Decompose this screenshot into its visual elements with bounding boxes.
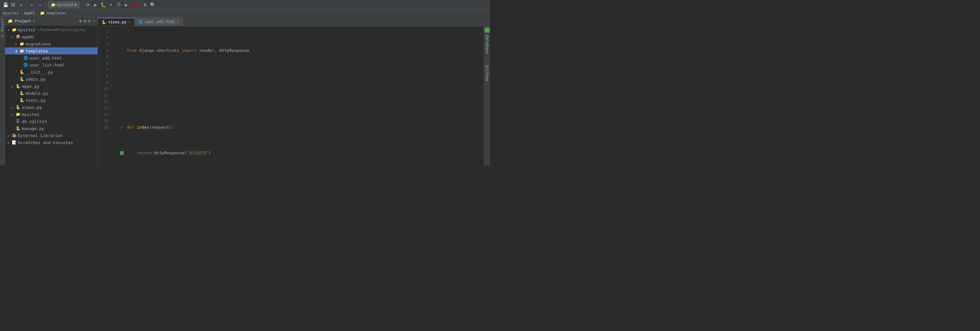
project-tree: ▼ 📁 mysite2 ~/PycharmProjects/gx/my ▼ 📦 …: [5, 26, 97, 165]
tree-label-tests-py: tests.py: [25, 98, 46, 103]
tree-item-app01[interactable]: ▼ 📦 app01: [5, 33, 97, 40]
project-panel-header: 📁 Project ▼ ⊕ ⚙ ≡ −: [5, 17, 97, 26]
tree-label-models-py: models.py: [25, 91, 48, 96]
tree-label-scratches: Scratches and Consoles: [18, 140, 73, 145]
project-tab-label[interactable]: 1: Project: [1, 18, 4, 37]
tree-label-init-py: __init__.py: [25, 70, 53, 75]
reload-icon[interactable]: ⟳: [85, 2, 91, 8]
search-icon[interactable]: 🔍: [150, 2, 156, 8]
tab-user-add-html[interactable]: 🌐 user_add.html ×: [135, 18, 183, 26]
line-numbers: 12345 678910 1112131415 16: [98, 26, 111, 165]
sciview-tab-label[interactable]: SciView: [485, 65, 489, 81]
tree-item-templates[interactable]: ▼ 📁 templates: [5, 47, 97, 54]
panel-header-icons: ⊕ ⚙ ≡ −: [80, 19, 95, 23]
code-line-2: [117, 73, 484, 79]
project-selector[interactable]: 📁 mysite2 ▼: [48, 1, 80, 8]
tree-item-db-sqlite3[interactable]: 🗄 db.sqlite3: [5, 118, 97, 125]
toolbar-divider-1: [26, 2, 27, 8]
gutter-4: ▶: [117, 124, 127, 131]
tree-item-apps-py[interactable]: ▶ 🐍 apps.py: [5, 83, 97, 90]
py-icon-manage: 🐍: [15, 126, 21, 131]
tree-item-admin-py[interactable]: 🐍 admin.py: [5, 75, 97, 83]
panel-title: Project: [15, 19, 31, 23]
tree-item-views-py[interactable]: ▶ 🐍 views.py: [5, 104, 97, 111]
database-tab-label[interactable]: Database: [485, 35, 489, 54]
tree-item-manage-py[interactable]: 🐍 manage.py: [5, 125, 97, 132]
tree-item-models-py[interactable]: 🐍 models.py: [5, 90, 97, 97]
toolbar: 💾 🖫 ↺ ← → 📁 mysite2 ▼ ⟳ ▶ 🐛 ☂ ⏱ ▶ ■ ⚙ 🔍: [0, 0, 490, 10]
tree-item-mysite2-sub[interactable]: ▶ 📁 mysite2: [5, 111, 97, 118]
right-side-strip: ✓ Database — SciView: [484, 26, 490, 165]
html-icon-user-add: 🌐: [23, 55, 28, 61]
left-side-strip: 1: Project: [0, 17, 5, 165]
tree-label-external-libraries: External Libraries: [18, 133, 63, 138]
tree-item-scratches[interactable]: ▶ 📝 Scratches and Consoles: [5, 139, 97, 146]
breadcrumb: mysite2 › app01 › 📁 templates: [0, 10, 490, 17]
forward-icon[interactable]: →: [37, 2, 43, 8]
tree-item-external-libraries[interactable]: ▶ 📚 External Libraries: [5, 132, 97, 139]
tree-label-apps-py: apps.py: [22, 84, 39, 89]
divider-right: —: [486, 59, 488, 62]
db-icon-sqlite3: 🗄: [15, 119, 21, 124]
tree-item-migrations[interactable]: ▶ 📁 migrations: [5, 40, 97, 47]
panel-locate-icon[interactable]: ⊕: [80, 19, 82, 23]
back-icon[interactable]: ←: [29, 2, 35, 8]
project-folder-icon: 📁: [8, 19, 13, 23]
py-icon-views: 🐍: [15, 105, 21, 110]
folder-icon-templates: 📁: [19, 48, 24, 53]
libraries-icon: 📚: [11, 133, 17, 138]
panel-gear-icon[interactable]: ⚙: [84, 19, 86, 23]
run2-icon[interactable]: ▶: [124, 2, 129, 8]
html-tab-icon: 🌐: [138, 20, 143, 24]
tab-close-views-py[interactable]: ×: [129, 20, 131, 24]
tree-label-mysite2-root: mysite2: [18, 27, 35, 32]
tab-close-user-add[interactable]: ×: [177, 20, 179, 24]
breadcrumb-icon: 📁: [40, 11, 45, 15]
py-icon-models: 🐍: [19, 91, 24, 96]
profile-icon[interactable]: ⏱: [116, 2, 121, 8]
panel-minimize-icon[interactable]: −: [92, 19, 95, 23]
tab-views-py[interactable]: 🐍 views.py ×: [98, 18, 135, 26]
tree-item-mysite2-root[interactable]: ▼ 📁 mysite2 ~/PycharmProjects/gx/my: [5, 26, 97, 33]
tree-path: ~/PycharmProjects/gx/my: [37, 28, 85, 32]
code-line-5: return HttpResponse("欢迎使用"): [117, 150, 484, 156]
html-icon-user-list: 🌐: [23, 62, 28, 67]
tree-item-user-add-html[interactable]: 🌐 user_add.html: [5, 54, 97, 61]
tree-label-mysite2-sub: mysite2: [22, 112, 39, 117]
code-content[interactable]: from django.shortcuts import render, Htt…: [111, 26, 484, 165]
breadcrumb-mysite2[interactable]: mysite2: [3, 11, 19, 15]
tree-label-templates: templates: [25, 49, 48, 53]
coverage-icon[interactable]: ☂: [108, 2, 114, 8]
panel-settings-icon[interactable]: ≡: [88, 19, 91, 23]
save-all-icon[interactable]: 🖫: [10, 2, 16, 8]
tree-label-user-add-html: user_add.html: [29, 56, 62, 61]
save-icon[interactable]: 💾: [3, 2, 8, 8]
dropdown-arrow-icon[interactable]: ▼: [33, 19, 35, 23]
breadcrumb-templates[interactable]: templates: [46, 11, 67, 15]
folder-icon-migrations: 📁: [19, 41, 24, 46]
sync-icon[interactable]: ↺: [18, 2, 24, 8]
tab-label-views-py: views.py: [108, 20, 127, 24]
breakpoint-5[interactable]: [120, 151, 124, 155]
tree-label-manage-py: manage.py: [22, 126, 44, 131]
project-name: mysite2: [57, 3, 73, 7]
project-panel: 📁 Project ▼ ⊕ ⚙ ≡ − ▼ 📁 mysite2 ~/Pychar…: [5, 17, 98, 165]
code-line-4: ▶ def index(request):: [117, 124, 484, 131]
run-config-icon[interactable]: ▶: [93, 2, 99, 8]
tree-label-views-py: views.py: [22, 105, 42, 110]
py-icon-apps: 🐍: [15, 83, 21, 89]
tree-item-init-py[interactable]: 🐍 __init__.py: [5, 69, 97, 75]
tree-label-app01: app01: [22, 35, 34, 39]
scratches-icon: 📝: [11, 140, 17, 145]
def-arrow-4: ▶: [121, 124, 123, 131]
stop-icon[interactable]: ■: [131, 2, 137, 8]
tree-label-db-sqlite3: db.sqlite3: [22, 119, 47, 124]
package-icon-app01: 📦: [15, 34, 21, 39]
tree-item-user-list-html[interactable]: 🌐 user_list.html: [5, 61, 97, 69]
tree-item-tests-py[interactable]: 🐍 tests.py: [5, 97, 97, 104]
folder-icon-mysite2: 📁: [11, 27, 17, 32]
breadcrumb-app01[interactable]: app01: [24, 11, 35, 15]
tab-label-user-add-html: user_add.html: [145, 19, 175, 24]
debug-icon[interactable]: 🐛: [100, 2, 106, 8]
settings-icon[interactable]: ⚙: [142, 2, 148, 8]
